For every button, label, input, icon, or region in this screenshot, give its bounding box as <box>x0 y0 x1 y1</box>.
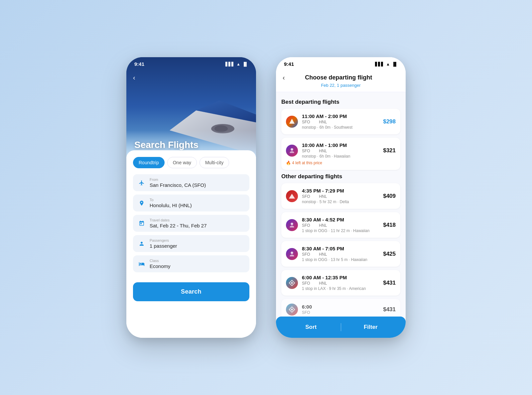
svg-point-8 <box>291 309 293 311</box>
flight-info-hw425: 8:30 AM - 7:05 PM SFO HNL 1 stop in OGG … <box>302 246 379 262</box>
flight-results-phone: 9:41 ▋▋▋ ▲ ▐▌ ‹ Choose departing flight … <box>276 57 406 338</box>
flight-card-delta409[interactable]: 4:35 PM - 7:29 PM SFO HNL nonstop · 5 hr… <box>281 183 400 209</box>
flight-times-2: 10:00 AM - 1:00 PM <box>302 142 379 148</box>
flight-card-sw298[interactable]: 11:00 AM - 2:00 PM SFO HNL nonstop · 6h … <box>281 109 400 134</box>
back-button-results[interactable]: ‹ <box>283 74 285 81</box>
hero-title: Search Flights <box>134 140 199 150</box>
passengers-value: 1 passenger <box>150 243 177 249</box>
flight-route-6: SFO HNL <box>302 281 379 286</box>
wifi-icon: ▲ <box>236 62 240 66</box>
signal-icon: ▋▋▋ <box>225 62 234 66</box>
svg-point-3 <box>291 148 293 150</box>
search-button[interactable]: Search <box>133 282 249 301</box>
hawaiian-icon-3 <box>288 250 296 258</box>
flight-card-main-6: 6:00 AM - 12:35 PM SFO HNL 1 stop in LAX… <box>286 275 396 291</box>
seat-icon <box>139 261 145 267</box>
hawaiian-icon-2 <box>288 221 296 229</box>
bottom-action-bar: Sort Filter <box>276 317 406 338</box>
flight-card-main-5: 8:30 AM - 7:05 PM SFO HNL 1 stop in OGG … <box>286 246 396 262</box>
status-time-search: 9:41 <box>134 61 144 67</box>
flight-details-6: 1 stop in LAX · 9 hr 35 m · American <box>302 286 379 291</box>
passengers-field[interactable]: Passengers 1 passenger <box>133 235 249 252</box>
top-bar-nav: ‹ Choose departing flight <box>283 74 399 81</box>
to-label: To <box>150 198 192 202</box>
back-button-search[interactable]: ‹ <box>133 74 135 81</box>
flight-price-hw321: $321 <box>383 147 396 154</box>
battery-icon: ▐▌ <box>242 62 248 66</box>
wifi-icon-results: ▲ <box>386 62 390 66</box>
southwest-icon <box>288 118 296 126</box>
american-icon <box>288 279 296 287</box>
dates-content: Travel dates Sat, Feb 22 - Thu, Feb 27 <box>150 218 207 228</box>
results-scroll[interactable]: Best departing flights 11:00 AM - 2:00 P… <box>276 92 406 338</box>
flight-card-hw425[interactable]: 8:30 AM - 7:05 PM SFO HNL 1 stop in OGG … <box>281 241 400 267</box>
dates-label: Travel dates <box>150 218 207 222</box>
to-value: Honolulu, HI (HNL) <box>150 202 192 208</box>
other-section-title: Other departing flights <box>281 173 400 180</box>
tab-one-way[interactable]: One way <box>167 157 197 168</box>
flight-route-2: SFO HNL <box>302 149 379 153</box>
sort-button[interactable]: Sort <box>283 322 339 332</box>
hawaiian-logo-1 <box>286 145 298 157</box>
southwest-logo <box>286 116 298 128</box>
flight-card-main-3: 4:35 PM - 7:29 PM SFO HNL nonstop · 5 hr… <box>286 188 396 204</box>
flight-price-aa431: $431 <box>383 280 396 286</box>
flight-times-4: 8:30 AM - 4:52 PM <box>302 217 379 222</box>
class-content: Class Economy <box>150 259 171 269</box>
search-flights-phone: 9:41 ▋▋▋ ▲ ▐▌ <box>126 57 256 338</box>
promo-tag-hw321: 🔥 4 left at this price <box>286 161 396 165</box>
tab-roundtrip[interactable]: Roundtrip <box>133 157 165 168</box>
results-subtitle: Feb 22, 1 passenger <box>283 83 399 88</box>
dates-field[interactable]: Travel dates Sat, Feb 22 - Thu, Feb 27 <box>133 215 249 232</box>
american-icon-2 <box>288 306 296 313</box>
flight-card-aa431[interactable]: 6:00 AM - 12:35 PM SFO HNL 1 stop in LAX… <box>281 270 400 296</box>
flight-details: nonstop · 6h 0m · Southwest <box>302 125 379 130</box>
flight-times: 11:00 AM - 2:00 PM <box>302 113 379 119</box>
flight-details-4: 1 stop in OGG · 11 hr 22 m · Hawaiian <box>302 228 379 233</box>
from-value: San Francisco, CA (SFO) <box>150 182 206 188</box>
filter-button[interactable]: Filter <box>342 322 399 332</box>
american-logo <box>286 277 298 289</box>
flight-price-hw418: $418 <box>383 222 396 228</box>
location-pin-icon <box>139 200 145 206</box>
flight-card-main-7: 6:00 SFO $431 <box>286 304 396 316</box>
phones-container: 9:41 ▋▋▋ ▲ ▐▌ <box>126 57 406 338</box>
to-field[interactable]: To Honolulu, HI (HNL) <box>133 195 249 211</box>
flight-card-hw321[interactable]: 10:00 AM - 1:00 PM SFO HNL nonstop · 6h … <box>281 138 400 170</box>
flight-details-5: 1 stop in OGG · 13 hr 5 m · Hawaiian <box>302 257 379 262</box>
flight-route-5: SFO HNL <box>302 252 379 257</box>
battery-icon-results: ▐▌ <box>392 62 398 66</box>
passengers-icon <box>138 240 146 248</box>
flight-card-hw418[interactable]: 8:30 AM - 4:52 PM SFO HNL 1 stop in OGG … <box>281 212 400 238</box>
class-field[interactable]: Class Economy <box>133 255 249 272</box>
flight-info-last: 6:00 SFO <box>302 304 379 316</box>
flight-details-3: nonstop · 5 hr 32 m · Delta <box>302 199 379 204</box>
class-label: Class <box>150 259 171 263</box>
flight-card-main: 11:00 AM - 2:00 PM SFO HNL nonstop · 6h … <box>286 113 396 130</box>
tab-multi-city[interactable]: Multi-city <box>200 157 229 168</box>
flight-price-sw298: $298 <box>383 118 396 125</box>
best-section-title: Best departing flights <box>281 99 400 105</box>
hawaiian-logo-2 <box>286 219 298 231</box>
flight-info-delta: 4:35 PM - 7:29 PM SFO HNL nonstop · 5 hr… <box>302 188 379 204</box>
class-value: Economy <box>150 263 171 269</box>
flight-info-hw321: 10:00 AM - 1:00 PM SFO HNL nonstop · 6h … <box>302 142 379 159</box>
svg-point-7 <box>291 282 293 284</box>
flight-price-hw425: $425 <box>383 251 396 257</box>
flight-card-main-4: 8:30 AM - 4:52 PM SFO HNL 1 stop in OGG … <box>286 217 396 233</box>
calendar-icon <box>138 219 146 227</box>
flight-route-3: SFO HNL <box>302 194 379 199</box>
flight-price-delta: $409 <box>383 193 396 199</box>
status-bar-search: 9:41 ▋▋▋ ▲ ▐▌ <box>126 57 256 69</box>
to-content: To Honolulu, HI (HNL) <box>150 198 192 208</box>
to-icon <box>138 199 146 207</box>
status-bar-results: 9:41 ▋▋▋ ▲ ▐▌ <box>276 57 406 69</box>
sort-filter-divider <box>341 323 341 331</box>
flight-times-6: 6:00 AM - 12:35 PM <box>302 275 379 280</box>
svg-point-6 <box>291 251 293 254</box>
results-title: Choose departing flight <box>289 74 388 81</box>
calendar-icon-svg <box>139 220 145 226</box>
from-content: From San Francisco, CA (SFO) <box>150 178 206 188</box>
from-field[interactable]: From San Francisco, CA (SFO) <box>133 174 249 191</box>
flight-info-hw418: 8:30 AM - 4:52 PM SFO HNL 1 stop in OGG … <box>302 217 379 233</box>
